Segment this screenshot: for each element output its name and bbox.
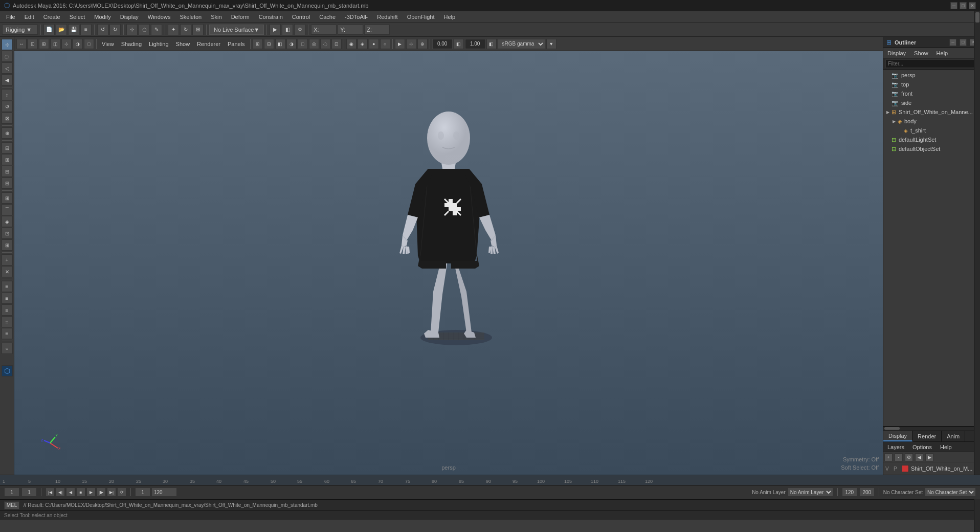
vp-menu-lighting[interactable]: Lighting bbox=[146, 40, 172, 48]
outliner-hscrollbar[interactable] bbox=[883, 426, 980, 430]
select-tool-button[interactable]: ⊹ bbox=[126, 24, 138, 35]
show-manip-button[interactable]: ⊕ bbox=[2, 127, 13, 139]
display-options-menu[interactable]: Options bbox=[910, 444, 934, 451]
menu-deform[interactable]: Deform bbox=[227, 13, 254, 21]
select-button[interactable]: ⊹ bbox=[2, 39, 13, 50]
scale-tool-button[interactable]: ⊞ bbox=[192, 24, 204, 35]
layer-color-swatch[interactable] bbox=[902, 465, 909, 472]
vp-display-btn[interactable]: ◈ bbox=[358, 39, 368, 49]
layer-options-btn[interactable]: ⚙ bbox=[905, 453, 913, 461]
object-group2-btn[interactable]: ⊞ bbox=[2, 154, 13, 165]
menu-control[interactable]: Control bbox=[288, 13, 314, 21]
render-settings-button[interactable]: ⚙ bbox=[294, 24, 305, 35]
menu-display[interactable]: Display bbox=[116, 13, 143, 21]
vp-menu-show[interactable]: Show bbox=[173, 40, 193, 48]
frame-indicator[interactable]: 1 bbox=[21, 487, 37, 497]
menu-create[interactable]: Create bbox=[39, 13, 64, 21]
vp-menu-shading[interactable]: Shading bbox=[118, 40, 145, 48]
menu-openflight[interactable]: OpenFlight bbox=[403, 13, 439, 21]
lasso-tool-button[interactable]: ◌ bbox=[139, 24, 150, 35]
outliner-item-shirt-group[interactable]: ▶ ⊞ Shirt_Off_White_on_Manne... bbox=[883, 107, 980, 117]
open-scene-button[interactable]: 📂 bbox=[56, 24, 67, 35]
menu-edit[interactable]: Edit bbox=[20, 13, 38, 21]
vp-normals-btn[interactable]: ◌ bbox=[320, 39, 330, 49]
vp-smooth-btn[interactable]: ◎ bbox=[309, 39, 319, 49]
vp-isolate-btn[interactable]: ◉ bbox=[346, 39, 357, 49]
snap-view-button[interactable]: ⊡ bbox=[2, 228, 13, 239]
snap-grid-button[interactable]: ⊞ bbox=[2, 192, 13, 204]
layer-next-btn[interactable]: ▶ bbox=[925, 453, 933, 461]
menu-modify[interactable]: Modify bbox=[90, 13, 115, 21]
display-layers-menu[interactable]: Layers bbox=[885, 444, 906, 451]
no-live-surface-button[interactable]: No Live Surface ▼ bbox=[209, 25, 264, 35]
vp-move-btn[interactable]: ↔ bbox=[16, 39, 27, 49]
play-forward-button[interactable]: ▶ bbox=[86, 487, 96, 497]
outliner-item-lightset[interactable]: ⊟ defaultLightSet bbox=[883, 135, 980, 144]
maximize-button[interactable]: □ bbox=[960, 2, 967, 9]
object-group4-btn[interactable]: ⊟ bbox=[2, 178, 13, 189]
outliner-item-tshirt[interactable]: ◈ t_shirt bbox=[883, 126, 980, 135]
gamma-select[interactable]: sRGB gamma bbox=[498, 39, 545, 49]
menu-windows[interactable]: Windows bbox=[144, 13, 175, 21]
loop-button[interactable]: ⟳ bbox=[117, 487, 126, 497]
exposure-field[interactable]: 0.00 bbox=[432, 39, 453, 49]
select-modify-button[interactable]: ◀ bbox=[2, 74, 13, 85]
cross-button[interactable]: ✕ bbox=[2, 266, 13, 277]
vp-shadow-btn[interactable]: ● bbox=[369, 39, 379, 49]
new-scene-button[interactable]: 📄 bbox=[43, 24, 55, 35]
outliner-menu-help[interactable]: Help bbox=[934, 50, 950, 57]
outliner-menu-display[interactable]: Display bbox=[885, 50, 908, 57]
layer-prev-btn[interactable]: ◀ bbox=[915, 453, 923, 461]
vp-wire-btn[interactable]: □ bbox=[298, 39, 308, 49]
ipr-button[interactable]: ◧ bbox=[282, 24, 293, 35]
redo-button[interactable]: ↻ bbox=[109, 24, 121, 35]
playback-end1-field[interactable]: 120 bbox=[842, 487, 857, 497]
layer-btn1[interactable]: ≡ bbox=[2, 281, 13, 292]
playback-end2-field[interactable]: 200 bbox=[859, 487, 875, 497]
menu-cache[interactable]: Cache bbox=[315, 13, 340, 21]
layer-v-label[interactable]: V bbox=[885, 466, 892, 472]
tab-render[interactable]: Render bbox=[912, 431, 942, 441]
move-button[interactable]: ↕ bbox=[2, 89, 13, 100]
menu-help[interactable]: Help bbox=[439, 13, 459, 21]
snap-curve-button[interactable]: ⌒ bbox=[2, 204, 13, 215]
vp-shading-btn[interactable]: ◑ bbox=[286, 39, 297, 49]
menu-skeleton[interactable]: Skeleton bbox=[175, 13, 206, 21]
vp-frame-btn[interactable]: ⊟ bbox=[264, 39, 274, 49]
vp-cam-btn[interactable]: ◫ bbox=[50, 39, 60, 49]
paint-button[interactable]: ✎ bbox=[151, 24, 162, 35]
vp-pan-btn[interactable]: ⊡ bbox=[28, 39, 38, 49]
maya-logo-btn[interactable]: ⬡ bbox=[2, 365, 13, 376]
save-scene-button[interactable]: 💾 bbox=[68, 24, 79, 35]
outliner-item-objectset[interactable]: ⊟ defaultObjectSet bbox=[883, 144, 980, 153]
hscroll-thumb[interactable] bbox=[884, 427, 900, 430]
vp-menu-renderer[interactable]: Renderer bbox=[194, 40, 224, 48]
layer-btn4[interactable]: ≡ bbox=[2, 316, 13, 327]
outliner-menu-show[interactable]: Show bbox=[912, 50, 930, 57]
tab-anim[interactable]: Anim bbox=[942, 431, 965, 441]
anim-layer-select[interactable]: No Anim Layer bbox=[788, 487, 833, 497]
vp-tools-btn[interactable]: ⊹ bbox=[61, 39, 72, 49]
go-end-button[interactable]: ▶| bbox=[107, 487, 116, 497]
vscroll-thumb[interactable] bbox=[975, 12, 979, 23]
mode-dropdown[interactable]: Rigging ▼ bbox=[2, 25, 38, 35]
vp-ao-btn[interactable]: ○ bbox=[380, 39, 390, 49]
vp-zoom-btn[interactable]: ⊞ bbox=[39, 39, 49, 49]
render-button[interactable]: ▶ bbox=[270, 24, 281, 35]
range-start-field[interactable]: 1 bbox=[135, 487, 150, 497]
undo-button[interactable]: ↺ bbox=[97, 24, 108, 35]
outliner-item-persp[interactable]: 📷 persp bbox=[883, 71, 980, 80]
rotate-tool-button[interactable]: ↻ bbox=[180, 24, 191, 35]
lasso-button[interactable]: ◁ bbox=[2, 62, 13, 74]
menu-skin[interactable]: Skin bbox=[207, 13, 226, 21]
save-as-button[interactable]: ≡ bbox=[80, 24, 92, 35]
vp-menu-panels[interactable]: Panels bbox=[225, 40, 248, 48]
extra-btn[interactable]: ○ bbox=[2, 343, 13, 354]
gamma-field[interactable]: 1.00 bbox=[465, 39, 485, 49]
3d-viewport[interactable]: persp Symmetry: Off Soft Select: Off X Y… bbox=[14, 51, 883, 475]
right-vscrollbar[interactable] bbox=[974, 11, 980, 532]
outliner-item-side[interactable]: 📷 side bbox=[883, 98, 980, 107]
display-help-menu[interactable]: Help bbox=[938, 444, 954, 451]
outliner-minimize-btn[interactable]: ─ bbox=[949, 39, 956, 46]
object-group3-btn[interactable]: ⊟ bbox=[2, 166, 13, 177]
